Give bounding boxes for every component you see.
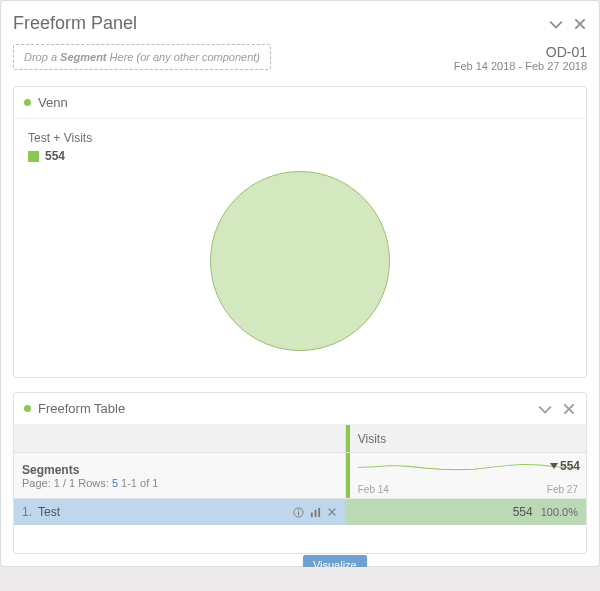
svg-point-2 (298, 509, 299, 510)
visualize-popover[interactable]: Visualize (303, 555, 367, 567)
pager-page-label: Page: (22, 477, 51, 489)
table-col-metric[interactable]: Visits (346, 425, 586, 452)
metric-total: 554 (550, 459, 580, 473)
table-card-header: Freeform Table (14, 393, 586, 425)
row-value: 554 (513, 505, 533, 519)
date-range[interactable]: Feb 14 2018 - Feb 27 2018 (454, 60, 587, 72)
row-percent: 100.0% (541, 506, 578, 518)
date-start: Feb 14 (358, 484, 389, 495)
table-row[interactable]: 1. Test 554 (14, 499, 586, 525)
panel-subheader: Drop a Segment Here (or any other compon… (13, 44, 587, 72)
segment-dropzone[interactable]: Drop a Segment Here (or any other compon… (13, 44, 271, 70)
venn-swatch-icon (28, 151, 39, 162)
close-icon[interactable] (562, 402, 576, 416)
svg-rect-5 (318, 507, 320, 516)
table-columns-row: Visits (14, 425, 586, 453)
visualize-icon[interactable] (310, 507, 321, 518)
venn-title: Venn (38, 95, 576, 110)
total-value: 554 (560, 459, 580, 473)
dropzone-segment-word: Segment (60, 51, 106, 63)
collapse-icon[interactable] (538, 402, 552, 416)
venn-card: Venn Test + Visits 554 (13, 86, 587, 378)
pager-range: 1-1 of 1 (121, 477, 158, 489)
column-metric-label: Visits (358, 432, 386, 446)
venn-body: Test + Visits 554 (14, 119, 586, 377)
row-index: 1. (22, 505, 32, 519)
info-icon[interactable] (293, 507, 304, 518)
panel-actions (549, 17, 587, 31)
table-row-left: 1. Test (14, 499, 346, 525)
table-title: Freeform Table (38, 401, 538, 416)
sort-desc-icon[interactable] (550, 463, 558, 469)
panel-header: Freeform Panel (13, 9, 587, 44)
svg-rect-4 (314, 509, 316, 516)
sparkline-chart (358, 459, 578, 477)
table-body: Visits Segments Page: 1 / 1 Rows: 5 1-1 … (14, 425, 586, 553)
venn-legend-label: Test + Visits (28, 131, 572, 145)
table-summary-right: 554 Feb 14 Feb 27 (346, 453, 586, 498)
close-icon[interactable] (573, 17, 587, 31)
svg-rect-1 (298, 511, 299, 515)
table-pager: Page: 1 / 1 Rows: 5 1-1 of 1 (22, 477, 337, 489)
date-end: Feb 27 (547, 484, 578, 495)
row-name: Test (38, 505, 60, 519)
venn-card-header: Venn (14, 87, 586, 119)
freeform-panel: Freeform Panel Drop a Segment Here (or a… (0, 0, 600, 567)
panel-title: Freeform Panel (13, 13, 137, 34)
pager-page: 1 / 1 (54, 477, 75, 489)
status-dot-icon (24, 405, 31, 412)
table-summary-row: Segments Page: 1 / 1 Rows: 5 1-1 of 1 (14, 453, 586, 499)
dropzone-text-prefix: Drop a (24, 51, 60, 63)
venn-circle[interactable] (210, 171, 390, 351)
freeform-table-card: Freeform Table Visits Segments (13, 392, 587, 554)
sparkline-dates: Feb 14 Feb 27 (358, 484, 578, 495)
reportsuite-block: OD-01 Feb 14 2018 - Feb 27 2018 (454, 44, 587, 72)
table-col-left[interactable] (14, 425, 346, 452)
table-actions (538, 402, 576, 416)
svg-rect-3 (311, 512, 313, 517)
pager-rows[interactable]: 5 (112, 477, 118, 489)
reportsuite-name[interactable]: OD-01 (454, 44, 587, 60)
status-dot-icon (24, 99, 31, 106)
row-icons (293, 507, 337, 518)
table-summary-left: Segments Page: 1 / 1 Rows: 5 1-1 of 1 (14, 453, 346, 498)
pager-rows-label: Rows: (78, 477, 109, 489)
venn-value: 554 (45, 149, 65, 163)
dropzone-text-suffix: Here (or any other component) (107, 51, 260, 63)
remove-icon[interactable] (327, 507, 337, 517)
venn-legend: Test + Visits 554 (28, 131, 572, 163)
segments-label: Segments (22, 463, 337, 477)
collapse-icon[interactable] (549, 17, 563, 31)
table-row-right: 554 100.0% (346, 499, 586, 525)
